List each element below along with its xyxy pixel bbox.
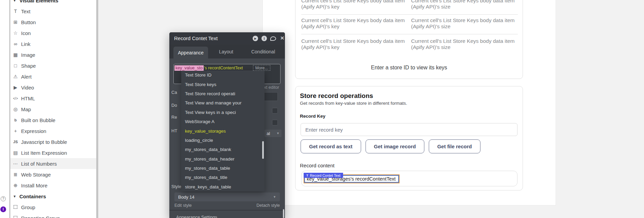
store-record-operations-card: Store record operations Get records from… bbox=[295, 86, 523, 190]
dropdown-scrollbar[interactable] bbox=[262, 141, 264, 159]
sidebar-item-label: Web Storage bbox=[21, 172, 51, 178]
sidebar-item-label: Shape bbox=[21, 63, 36, 69]
record-key-label: Record Key bbox=[300, 114, 325, 119]
get-image-record-button[interactable]: Get image record bbox=[366, 139, 424, 153]
section-header-visual-elements[interactable]: ▼Visual Elements bbox=[10, 0, 96, 6]
sidebar-item-label: Install More bbox=[21, 183, 48, 188]
video-icon: ▶ bbox=[13, 85, 18, 90]
record-buttons-row: Get record as textGet image recordGet fi… bbox=[301, 139, 480, 153]
sidebar-item-link[interactable]: ∞Link bbox=[10, 38, 96, 49]
user-badge-icon[interactable]: I bbox=[0, 206, 6, 212]
sidebar-item-label: Built on Bubble bbox=[21, 117, 55, 123]
list-item-icon: ▤ bbox=[13, 150, 18, 155]
field-label-do: Do bbox=[171, 103, 177, 108]
sidebar-item-html[interactable]: </>HTML bbox=[10, 93, 96, 104]
sidebar-scrollbar[interactable] bbox=[96, 0, 98, 218]
tab-appearance[interactable]: Appearance bbox=[173, 47, 208, 58]
group-icon bbox=[13, 204, 18, 210]
sidebar-item-label: Video bbox=[21, 85, 34, 90]
dropdown-option[interactable]: my_stores_data_title bbox=[181, 173, 265, 182]
help-icon[interactable]: ? bbox=[1, 196, 6, 201]
sidebar-item-text[interactable]: TText bbox=[10, 6, 96, 17]
panel-tab-bar: Appearance Layout Conditional bbox=[169, 45, 285, 58]
sidebar-item-list-item-expression[interactable]: ▤List Item Expression bbox=[10, 147, 96, 158]
repeating-group-icon bbox=[13, 215, 18, 218]
dropdown-option[interactable]: loading_circle bbox=[181, 136, 265, 145]
sidebar-item-list-of-numbers[interactable]: ⋯List of Numbers bbox=[10, 158, 96, 169]
sidebar-item-label: Link bbox=[21, 41, 31, 47]
expression-token[interactable]: key_value_sto bbox=[174, 65, 204, 71]
row-divider bbox=[301, 14, 518, 15]
sidebar-item-install-more[interactable]: ⊕Install More bbox=[10, 180, 96, 191]
comment-icon[interactable] bbox=[270, 36, 276, 41]
html-icon: </> bbox=[13, 97, 18, 100]
get-record-as-text-button[interactable]: Get record as text bbox=[301, 139, 361, 153]
panel-header[interactable]: Record Contet Text ▶ i × bbox=[169, 32, 285, 45]
sidebar-item-repeating-group[interactable]: Repeating Group bbox=[10, 213, 96, 218]
field-label-ht: HT bbox=[171, 128, 177, 133]
store-size-text[interactable]: Current cell's List Store Keys body data… bbox=[411, 38, 523, 50]
close-icon[interactable]: × bbox=[279, 36, 285, 41]
store-size-text[interactable]: Current cell's List Store Keys body data… bbox=[411, 0, 523, 10]
dropdown-option[interactable]: Text Store record operati bbox=[181, 89, 265, 98]
store-size-text[interactable]: Current cell's List Store Keys body data… bbox=[411, 17, 523, 30]
tab-conditional[interactable]: Conditional bbox=[249, 45, 278, 58]
sidebar-item-label: Image bbox=[21, 52, 35, 58]
checkbox-1[interactable] bbox=[272, 108, 278, 114]
style-select[interactable]: Body 14 ▼ bbox=[174, 192, 280, 201]
dropdown-option[interactable]: Text View and manage your bbox=[181, 98, 265, 107]
sidebar-item-group[interactable]: Group bbox=[10, 202, 96, 213]
dropdown-option[interactable]: key_value_storages bbox=[181, 126, 265, 135]
dropdown-option[interactable]: Text Store keys bbox=[181, 80, 265, 89]
dropdown-option[interactable]: WebStorage A bbox=[181, 117, 265, 126]
dropdown-option[interactable]: Text View keys in a speci bbox=[181, 108, 265, 117]
sidebar-item-map[interactable]: ◎Map bbox=[10, 104, 96, 115]
partial-select[interactable]: al ▼ bbox=[265, 130, 282, 137]
card-subtitle: Get records from key-value store in diff… bbox=[300, 101, 407, 106]
sidebar-item-web-storage[interactable]: ≣Web Storage bbox=[10, 169, 96, 180]
section-header-containers[interactable]: ▼Containers bbox=[10, 191, 96, 202]
dropdown-option[interactable]: store_keys_data_table bbox=[181, 182, 265, 191]
store-key-text[interactable]: Current cell's List Store Keys body data… bbox=[301, 38, 413, 50]
store-key-text[interactable]: Current cell's List Store Keys body data… bbox=[301, 17, 413, 30]
sidebar-item-shape[interactable]: □Shape bbox=[10, 60, 96, 71]
expression-more-button[interactable]: More... bbox=[253, 65, 270, 71]
autocomplete-dropdown: Text Store IDText Store keysText Store r… bbox=[181, 70, 265, 191]
detach-style-link[interactable]: Detach style bbox=[256, 203, 280, 208]
panel-divider bbox=[169, 210, 285, 211]
style-select-value: Body 14 bbox=[178, 195, 194, 200]
tab-layout[interactable]: Layout bbox=[213, 45, 239, 58]
install-more-icon: ⊕ bbox=[13, 183, 18, 188]
sidebar-item-javascript-to-bubble[interactable]: JSJavascript to Bubble bbox=[10, 136, 96, 147]
sidebar-item-built-on-bubble[interactable]: bBuilt on Bubble bbox=[10, 115, 96, 125]
sidebar-item-expression[interactable]: +Expression bbox=[10, 125, 96, 136]
chevron-down-icon: ▼ bbox=[276, 132, 279, 135]
sidebar-item-label: Javascript to Bubble bbox=[21, 139, 67, 145]
sidebar-item-label: Group bbox=[21, 204, 35, 210]
sidebar-item-button[interactable]: ⊞Button bbox=[10, 17, 96, 28]
checkbox-2[interactable] bbox=[272, 120, 278, 125]
record-key-input[interactable] bbox=[301, 123, 518, 136]
style-links-row: Edit style Detach style bbox=[174, 203, 280, 208]
info-icon[interactable]: i bbox=[261, 36, 267, 41]
style-label: Style bbox=[171, 184, 181, 189]
panel-scrollbar[interactable] bbox=[283, 209, 284, 218]
get-file-record-button[interactable]: Get file record bbox=[429, 139, 480, 153]
dropdown-option[interactable]: my_stores_data_header bbox=[181, 154, 265, 164]
sidebar-item-alert[interactable]: ⚠Alert bbox=[10, 71, 96, 82]
dropdown-option[interactable]: my_stores_data_blank bbox=[181, 145, 265, 154]
store-key-text[interactable]: Current cell's List Store Keys body data… bbox=[301, 0, 413, 10]
storage-icon: ≣ bbox=[13, 172, 18, 177]
sidebar-item-image[interactable]: ▦Image bbox=[10, 49, 96, 60]
triangle-down-icon: ▼ bbox=[13, 0, 16, 2]
preview-play-icon[interactable]: ▶ bbox=[253, 36, 258, 41]
expression-suffix[interactable]: 's recordContentText bbox=[204, 66, 243, 70]
dropdown-option[interactable]: Text Store ID bbox=[181, 70, 265, 80]
link-icon: ∞ bbox=[13, 41, 18, 47]
dropdown-option[interactable]: my_stores_data_table bbox=[181, 164, 265, 173]
sidebar-item-icon[interactable]: ☆Icon bbox=[10, 28, 96, 38]
panel-title: Record Contet Text bbox=[174, 35, 218, 41]
edit-style-link[interactable]: Edit style bbox=[174, 203, 192, 208]
sidebar-item-video[interactable]: ▶Video bbox=[10, 82, 96, 93]
text-element-icon: T bbox=[306, 174, 308, 177]
